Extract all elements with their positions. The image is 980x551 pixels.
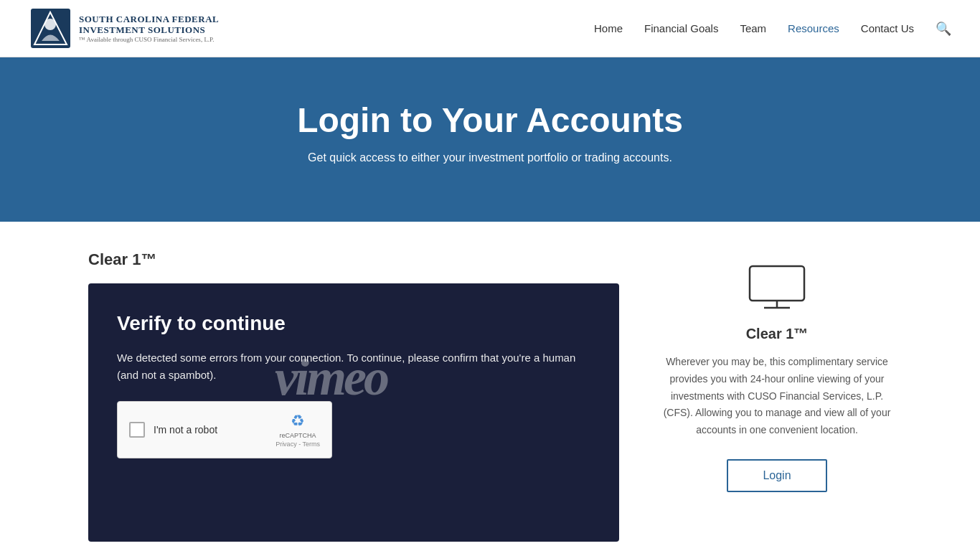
vimeo-watermark: vimeo [275,348,387,408]
logo-image [29,7,72,50]
org-name: South Carolina Federal [79,14,219,25]
search-button[interactable]: 🔍 [936,21,951,37]
recaptcha-right: ♻ reCAPTCHA Privacy - Terms [275,412,320,448]
recaptcha-checkbox[interactable] [129,422,145,438]
monitor-icon [748,265,806,314]
recaptcha-label: I'm not a robot [154,424,217,435]
recaptcha-terms[interactable]: Terms [303,441,321,448]
nav-home[interactable]: Home [594,22,623,34]
recaptcha-brand: reCAPTCHA [280,432,316,439]
hero-banner: Login to Your Accounts Get quick access … [0,57,980,222]
svg-rect-3 [750,266,804,301]
hero-title: Login to Your Accounts [29,100,951,140]
recaptcha-privacy[interactable]: Privacy [275,441,297,448]
svg-point-2 [44,19,56,30]
right-section: Clear 1™ Wherever you may be, this compl… [662,250,892,492]
nav-resources[interactable]: Resources [788,22,839,34]
left-section-title: Clear 1™ [88,250,619,269]
search-icon: 🔍 [936,22,951,36]
site-header: South Carolina Federal Investment Soluti… [0,0,980,57]
recaptcha-logo-icon: ♻ [291,412,305,430]
nav-team[interactable]: Team [740,22,766,34]
right-title: Clear 1™ [746,326,809,342]
right-description: Wherever you may be, this complimentary … [662,354,892,439]
monitor-svg [748,265,806,311]
recaptcha-left: I'm not a robot [129,422,217,438]
logo-text: South Carolina Federal Investment Soluti… [79,14,219,44]
captcha-title: Verify to continue [117,312,590,335]
recaptcha-links: Privacy - Terms [275,441,320,448]
nav-financial-goals[interactable]: Financial Goals [644,22,718,34]
org-tagline: ™ Available through CUSO Financial Servi… [79,36,219,44]
login-button[interactable]: Login [727,459,826,492]
left-section: Clear 1™ vimeo Verify to continue We det… [88,250,619,542]
logo-svg [31,9,70,48]
org-sub1: Investment Solutions [79,24,219,36]
hero-subtitle: Get quick access to either your investme… [29,151,951,164]
captcha-card: vimeo Verify to continue We detected som… [88,283,619,542]
main-content: Clear 1™ vimeo Verify to continue We det… [60,222,920,551]
main-nav: Home Financial Goals Team Resources Cont… [594,21,951,37]
nav-contact-us[interactable]: Contact Us [861,22,914,34]
recaptcha-box[interactable]: I'm not a robot ♻ reCAPTCHA Privacy - Te… [117,401,332,458]
logo-area: South Carolina Federal Investment Soluti… [29,7,219,50]
